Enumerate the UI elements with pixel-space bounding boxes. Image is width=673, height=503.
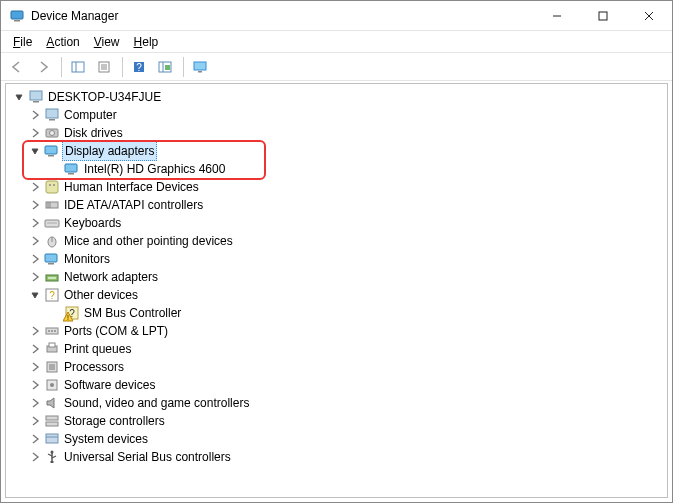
close-button[interactable] xyxy=(626,1,672,30)
expand-toggle[interactable] xyxy=(48,162,62,176)
tree-label[interactable]: Universal Serial Bus controllers xyxy=(64,448,231,466)
tree-category-11[interactable]: Print queues xyxy=(8,340,665,358)
tree-category-14[interactable]: Sound, video and game controllers xyxy=(8,394,665,412)
tree-label[interactable]: DESKTOP-U34FJUE xyxy=(48,88,161,106)
expand-toggle[interactable] xyxy=(48,306,62,320)
device-category-icon xyxy=(44,251,60,267)
tree-root-node[interactable]: DESKTOP-U34FJUE xyxy=(8,88,665,106)
expand-toggle[interactable] xyxy=(28,396,42,410)
device-category-icon xyxy=(44,395,60,411)
toolbar-separator xyxy=(183,57,184,77)
expand-toggle[interactable] xyxy=(28,198,42,212)
tree-label[interactable]: Keyboards xyxy=(64,214,121,232)
device-category-icon xyxy=(44,179,60,195)
expand-toggle[interactable] xyxy=(28,378,42,392)
menu-file[interactable]: File xyxy=(7,33,38,51)
expand-toggle[interactable] xyxy=(28,270,42,284)
tree-label[interactable]: System devices xyxy=(64,430,148,448)
show-hide-console-button[interactable] xyxy=(66,55,90,79)
expand-toggle[interactable] xyxy=(28,450,42,464)
device-category-icon xyxy=(44,107,60,123)
tree-label[interactable]: Ports (COM & LPT) xyxy=(64,322,168,340)
svg-point-49 xyxy=(48,330,50,332)
tree-category-8[interactable]: Network adapters xyxy=(8,268,665,286)
toolbar-separator xyxy=(61,57,62,77)
help-button[interactable]: ? xyxy=(127,55,151,79)
properties-button[interactable] xyxy=(92,55,116,79)
tree-label[interactable]: Computer xyxy=(64,106,117,124)
window-title: Device Manager xyxy=(31,9,534,23)
tree-category-2[interactable]: Display adapters xyxy=(8,142,665,160)
back-button[interactable] xyxy=(5,55,29,79)
tree-category-6[interactable]: Mice and other pointing devices xyxy=(8,232,665,250)
menu-help[interactable]: Help xyxy=(128,33,165,51)
expand-toggle[interactable] xyxy=(28,144,42,158)
tree-category-1[interactable]: Disk drives xyxy=(8,124,665,142)
svg-point-31 xyxy=(53,184,55,186)
tree-category-9[interactable]: ?Other devices xyxy=(8,286,665,304)
tree-category-12[interactable]: Processors xyxy=(8,358,665,376)
expand-toggle[interactable] xyxy=(28,342,42,356)
menu-action[interactable]: Action xyxy=(40,33,85,51)
tree-category-3[interactable]: Human Interface Devices xyxy=(8,178,665,196)
expand-toggle[interactable] xyxy=(28,360,42,374)
menu-view[interactable]: View xyxy=(88,33,126,51)
tree-label[interactable]: Human Interface Devices xyxy=(64,178,199,196)
tree-label[interactable]: Monitors xyxy=(64,250,110,268)
minimize-button[interactable] xyxy=(534,1,580,30)
tree-category-5[interactable]: Keyboards xyxy=(8,214,665,232)
expand-toggle[interactable] xyxy=(28,234,42,248)
tree-category-13[interactable]: Software devices xyxy=(8,376,665,394)
tree-device-2-0[interactable]: Intel(R) HD Graphics 4600 xyxy=(8,160,665,178)
svg-point-50 xyxy=(51,330,53,332)
tree-device-9-0[interactable]: ?!SM Bus Controller xyxy=(8,304,665,322)
scan-hardware-button[interactable] xyxy=(153,55,177,79)
device-category-icon: ? xyxy=(44,287,60,303)
tree-label[interactable]: Other devices xyxy=(64,286,138,304)
tree-label[interactable]: Intel(R) HD Graphics 4600 xyxy=(84,160,225,178)
tree-label[interactable]: Disk drives xyxy=(64,124,123,142)
tree-category-4[interactable]: IDE ATA/ATAPI controllers xyxy=(8,196,665,214)
expand-toggle[interactable] xyxy=(28,108,42,122)
device-category-icon xyxy=(44,197,60,213)
tree-category-17[interactable]: Universal Serial Bus controllers xyxy=(8,448,665,466)
expand-toggle[interactable] xyxy=(28,126,42,140)
device-category-icon xyxy=(44,449,60,465)
device-category-icon xyxy=(44,377,60,393)
svg-rect-17 xyxy=(194,62,206,70)
maximize-button[interactable] xyxy=(580,1,626,30)
tree-category-16[interactable]: System devices xyxy=(8,430,665,448)
monitor-button[interactable] xyxy=(188,55,212,79)
tree-label[interactable]: SM Bus Controller xyxy=(84,304,181,322)
expand-toggle[interactable] xyxy=(28,414,42,428)
tree-label[interactable]: Network adapters xyxy=(64,268,158,286)
expand-toggle[interactable] xyxy=(28,288,42,302)
tree-category-7[interactable]: Monitors xyxy=(8,250,665,268)
expand-toggle[interactable] xyxy=(28,252,42,266)
expand-toggle[interactable] xyxy=(12,90,26,104)
tree-label[interactable]: Mice and other pointing devices xyxy=(64,232,233,250)
svg-rect-53 xyxy=(49,343,55,347)
tree-label[interactable]: Processors xyxy=(64,358,124,376)
tree-label[interactable]: Storage controllers xyxy=(64,412,165,430)
device-tree-pane[interactable]: DESKTOP-U34FJUEComputerDisk drivesDispla… xyxy=(5,83,668,498)
expand-toggle[interactable] xyxy=(28,432,42,446)
forward-button[interactable] xyxy=(31,55,55,79)
tree-label[interactable]: Software devices xyxy=(64,376,155,394)
svg-rect-59 xyxy=(46,422,58,426)
tree-category-15[interactable]: Storage controllers xyxy=(8,412,665,430)
expand-toggle[interactable] xyxy=(28,180,42,194)
svg-rect-16 xyxy=(165,65,170,70)
expand-toggle[interactable] xyxy=(28,216,42,230)
tree-label[interactable]: Print queues xyxy=(64,340,131,358)
tree-category-10[interactable]: Ports (COM & LPT) xyxy=(8,322,665,340)
svg-text:!: ! xyxy=(67,314,69,321)
device-category-icon xyxy=(44,323,60,339)
tree-category-0[interactable]: Computer xyxy=(8,106,665,124)
tree-label[interactable]: IDE ATA/ATAPI controllers xyxy=(64,196,203,214)
tree-label[interactable]: Display adapters xyxy=(62,141,157,161)
toolbar-separator xyxy=(122,57,123,77)
expand-toggle[interactable] xyxy=(28,324,42,338)
tree-label[interactable]: Sound, video and game controllers xyxy=(64,394,249,412)
svg-rect-25 xyxy=(45,146,57,154)
